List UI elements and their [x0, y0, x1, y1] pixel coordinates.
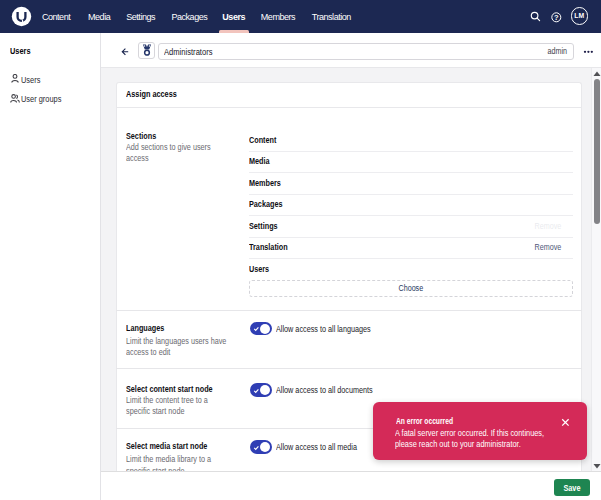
svg-text:?: ?: [554, 13, 559, 22]
